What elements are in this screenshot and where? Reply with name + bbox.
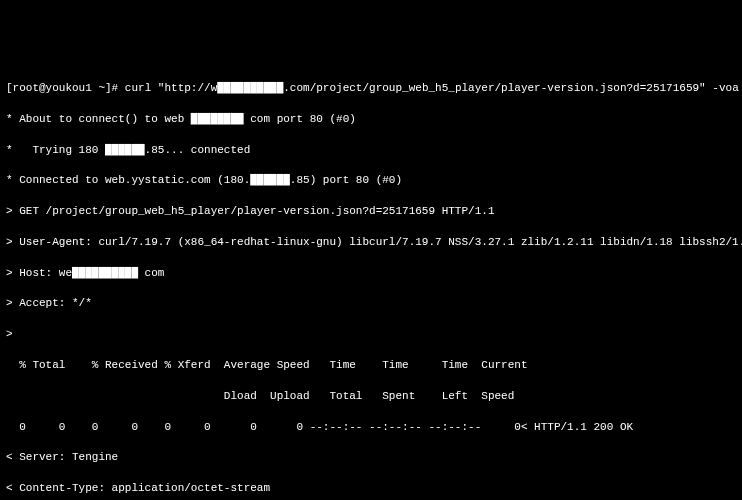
output-line: > GET /project/group_web_h5_player/playe… <box>6 204 736 219</box>
output-line: > User-Agent: curl/7.19.7 (x86_64-redhat… <box>6 235 736 250</box>
output-line: * About to connect() to web ████████ com… <box>6 112 736 127</box>
output-line: < Server: Tengine <box>6 450 736 465</box>
terminal-output: [root@youkou1 ~]# curl "http://w████████… <box>6 66 736 500</box>
prompt-line: [root@youkou1 ~]# curl "http://w████████… <box>6 81 736 96</box>
output-line: 0 0 0 0 0 0 0 0 --:--:-- --:--:-- --:--:… <box>6 420 736 435</box>
command: curl "http://w██████████.com/project/gro… <box>125 82 739 94</box>
output-line: > Accept: */* <box>6 296 736 311</box>
output-line: > Host: we██████████ com <box>6 266 736 281</box>
output-line: Dload Upload Total Spent Left Speed <box>6 389 736 404</box>
output-line: > <box>6 327 736 342</box>
output-line: < Content-Type: application/octet-stream <box>6 481 736 496</box>
output-line: * Trying 180 ██████.85... connected <box>6 143 736 158</box>
output-line: * Connected to web.yystatic.com (180.███… <box>6 173 736 188</box>
output-line: % Total % Received % Xferd Average Speed… <box>6 358 736 373</box>
prompt: [root@youkou1 ~]# <box>6 82 125 94</box>
